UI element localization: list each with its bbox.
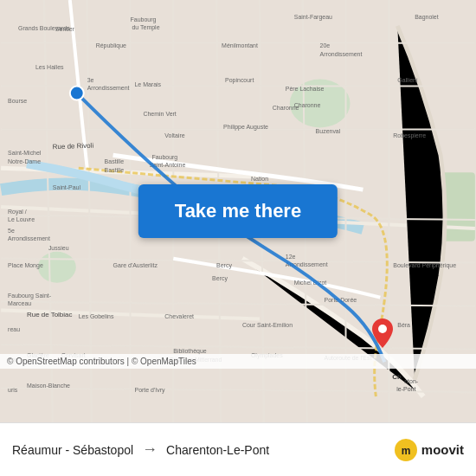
svg-text:du Temple: du Temple	[132, 24, 160, 31]
svg-text:Philippe Auguste: Philippe Auguste	[223, 124, 268, 131]
svg-text:Faubourg: Faubourg	[151, 154, 177, 161]
svg-text:Jussieu: Jussieu	[48, 245, 69, 251]
map-attribution: © OpenStreetMap contributors | © OpenMap…	[0, 354, 476, 369]
svg-text:Gallieni: Gallieni	[397, 77, 418, 83]
svg-text:Arrondissement: Arrondissement	[87, 85, 130, 91]
to-stop-label: Charenton-Le-Pont	[166, 443, 269, 457]
destination-pin	[372, 318, 393, 351]
svg-text:Rue de Tolbiac: Rue de Tolbiac	[27, 311, 72, 318]
svg-point-93	[70, 87, 84, 100]
svg-text:Notre-Dame: Notre-Dame	[8, 158, 41, 164]
svg-text:le-Pont: le-Pont	[396, 386, 415, 392]
svg-point-2	[38, 252, 76, 283]
svg-text:Nation: Nation	[251, 176, 268, 182]
svg-text:Buzenval: Buzenval	[316, 128, 341, 134]
map-container: Saint-Michel Notre-Dame Bourse Grands Bo…	[0, 0, 476, 422]
svg-text:Arrondissement: Arrondissement	[320, 51, 363, 57]
svg-text:Maison-Blanche: Maison-Blanche	[27, 383, 70, 389]
svg-text:3e: 3e	[87, 77, 94, 83]
svg-text:Rue de Rivoli: Rue de Rivoli	[53, 142, 94, 151]
arrow-icon: →	[142, 441, 158, 459]
svg-text:Le Louvre: Le Louvre	[8, 216, 35, 222]
svg-text:Ch: Ch	[392, 373, 402, 381]
svg-text:Les Gobelins: Les Gobelins	[79, 313, 114, 319]
moovit-icon: m	[394, 438, 418, 462]
svg-text:Faubourg Saint-: Faubourg Saint-	[8, 293, 52, 299]
svg-text:Cour Saint-Emilion: Cour Saint-Emilion	[242, 322, 293, 328]
svg-text:Chemin Vert: Chemin Vert	[143, 111, 176, 117]
svg-text:Ménilmontant: Ménilmontant	[222, 42, 258, 48]
app: Saint-Michel Notre-Dame Bourse Grands Bo…	[0, 0, 476, 476]
svg-text:nton-: nton-	[404, 378, 419, 384]
svg-text:Béra: Béra	[397, 322, 410, 328]
svg-text:Bercy: Bercy	[212, 275, 228, 282]
svg-text:Gare d'Austerlitz: Gare d'Austerlitz	[113, 262, 158, 268]
svg-text:Saint-Paul: Saint-Paul	[53, 184, 81, 190]
svg-text:République: République	[96, 42, 126, 49]
svg-text:Le Marais: Le Marais	[134, 81, 161, 87]
svg-text:Saint-Michel: Saint-Michel	[8, 150, 42, 156]
from-stop-label: Réaumur - Sébastopol	[12, 443, 133, 457]
moovit-brand-text: moovit	[421, 442, 464, 457]
svg-text:Bastille: Bastille	[105, 158, 125, 164]
svg-text:Marceau: Marceau	[8, 300, 31, 306]
svg-text:Bastille: Bastille	[105, 167, 125, 173]
svg-text:Bagnolet: Bagnolet	[415, 14, 439, 21]
moovit-logo: m moovit	[394, 438, 464, 462]
svg-text:Charonne: Charonne	[273, 105, 299, 111]
svg-text:Saint-Fargeau: Saint-Fargeau	[294, 14, 332, 21]
svg-text:Arrondissement: Arrondissement	[8, 235, 50, 241]
svg-text:uris: uris	[8, 387, 18, 393]
svg-text:Bercy: Bercy	[216, 262, 232, 269]
svg-text:12e: 12e	[286, 254, 296, 260]
svg-text:Père Lachaise: Père Lachaise	[286, 86, 325, 92]
svg-text:reau: reau	[8, 326, 20, 332]
svg-text:Porte d'Ivry: Porte d'Ivry	[134, 387, 165, 394]
svg-text:Robespierre: Robespierre	[393, 132, 426, 139]
svg-text:Popincourt: Popincourt	[225, 77, 254, 84]
svg-text:Voltaire: Voltaire	[164, 132, 184, 138]
svg-text:Boulevard Périphérique: Boulevard Périphérique	[393, 262, 456, 269]
svg-text:Sentier: Sentier	[55, 26, 75, 32]
svg-text:m: m	[401, 445, 410, 457]
svg-text:Les Halles: Les Halles	[35, 64, 64, 70]
cta-button-wrapper: Take me there	[138, 184, 338, 238]
svg-text:Place Monge: Place Monge	[8, 262, 43, 269]
route-info: Réaumur - Sébastopol → Charenton-Le-Pont	[12, 441, 394, 459]
svg-text:Royal /: Royal /	[8, 209, 27, 215]
svg-text:Bourse: Bourse	[8, 99, 27, 105]
svg-point-94	[378, 325, 387, 333]
footer-bar: Réaumur - Sébastopol → Charenton-Le-Pont…	[0, 422, 476, 476]
take-me-there-button[interactable]: Take me there	[138, 184, 338, 238]
svg-text:20e: 20e	[320, 42, 331, 48]
svg-text:Chevaleret: Chevaleret	[164, 313, 194, 319]
svg-text:5e: 5e	[8, 228, 15, 234]
svg-text:Faubourg: Faubourg	[131, 16, 157, 23]
